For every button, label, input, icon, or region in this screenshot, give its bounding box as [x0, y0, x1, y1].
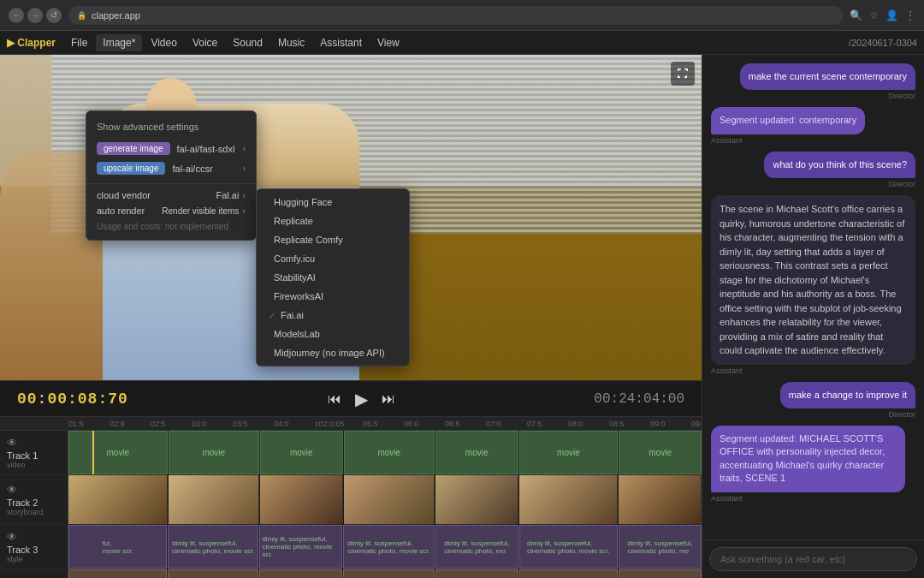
track-4-clip-4[interactable]: MICHAEL SCOTT...	[343, 569, 434, 578]
track-3-clip-5[interactable]: dimly lit, suspenseful,cinematic photo, …	[435, 525, 518, 569]
star-icon[interactable]: ☆	[869, 9, 879, 21]
track-3-clip-4[interactable]: dimly lit, suspenseful,cinematic photo, …	[343, 525, 434, 569]
auto-render-value: Render visible items	[162, 206, 239, 216]
generate-image-row[interactable]: generate image fal-ai/fast-sdxl ›	[93, 140, 249, 157]
chat-label-5: Director	[711, 410, 915, 419]
refresh-button[interactable]: ↺	[46, 8, 62, 23]
timeline-area: 01:5 02:9 02:5 03:0 03:5 04:0 c02:0:05 0…	[0, 416, 702, 578]
menu-sound[interactable]: Sound	[226, 34, 270, 51]
submenu-modelslab[interactable]: ModelsLab	[257, 325, 409, 343]
usage-note: Usage and costs: not implemented	[86, 218, 256, 235]
cloud-vendor-value: Fal.ai	[216, 190, 239, 200]
profile-icon[interactable]: 👤	[886, 9, 898, 21]
chat-msg-5: make a change to improve it Director	[711, 382, 915, 419]
back-button[interactable]: ←	[9, 8, 24, 23]
track-1-eye-icon[interactable]: 👁	[7, 437, 61, 449]
track-1-clip-1[interactable]: movie	[68, 431, 168, 474]
submenu-replicate[interactable]: Replicate	[257, 212, 409, 230]
submenu-replicate-comfy[interactable]: Replicate Comfy	[257, 230, 409, 249]
track-4-clip-5[interactable]: MICHAEL SCOTT...	[435, 569, 518, 578]
track-1-clip-7[interactable]: movie	[619, 431, 702, 474]
menu-voice[interactable]: Voice	[186, 34, 224, 51]
track-1-clip-6[interactable]: movie	[519, 431, 619, 474]
track-4-row: 👁 Track 4 MICHAEL SCOTT... MICHAEL SCOTT…	[0, 569, 702, 578]
submenu-huggingface[interactable]: Hugging Face	[257, 193, 409, 212]
menu-icon[interactable]: ⋮	[905, 9, 915, 21]
track-2-thumb-2[interactable]	[169, 475, 259, 524]
menubar: ▶ Clapper File Image* Video Voice Sound …	[0, 31, 924, 55]
track-2-thumb-3[interactable]	[260, 475, 343, 524]
menu-view[interactable]: View	[370, 34, 406, 51]
url-bar[interactable]: 🔒 clapper.app	[68, 6, 843, 25]
track-3-clip-6[interactable]: dimly lit, suspenseful,cinematic photo, …	[519, 525, 618, 569]
generate-image-arrow: ›	[243, 144, 246, 153]
track-2-thumb-6[interactable]	[519, 475, 619, 524]
menu-video[interactable]: Video	[144, 34, 183, 51]
track-2-content	[68, 475, 702, 524]
video-panel: Show advanced settings generate image fa…	[0, 55, 702, 578]
track-4-clip-3[interactable]: MICHAEL SCOTT...	[259, 569, 342, 578]
rewind-button[interactable]: ⏮	[328, 391, 341, 407]
expand-button[interactable]	[671, 62, 695, 86]
submenu-comfy-icu[interactable]: Comfy.icu	[257, 249, 409, 268]
track-4-content: MICHAEL SCOTT... MICHAEL SCOTT... MICHAE…	[68, 569, 702, 578]
track-2-thumb-5[interactable]	[435, 475, 518, 524]
main-layout: Show advanced settings generate image fa…	[0, 55, 924, 578]
timecode-current: 00:00:08:70	[17, 390, 128, 408]
track-4-clip-6[interactable]: MICHAEL SCOTT...	[519, 569, 618, 578]
search-icon[interactable]: 🔍	[850, 9, 862, 21]
chat-label-6: Assistant	[711, 494, 915, 503]
ruler-marks: 01:5 02:9 02:5 03:0 03:5 04:0 c02:0:05 0…	[68, 420, 702, 428]
track-2-eye-icon[interactable]: 👁	[7, 484, 61, 496]
submenu-falai[interactable]: ✓Fai.ai	[257, 306, 409, 325]
dropdown-title: Show advanced settings	[86, 116, 256, 137]
menu-file[interactable]: File	[64, 34, 94, 51]
chat-bubble-assistant-2: Segment updated: contemporary	[711, 107, 865, 134]
track-1-clip-3[interactable]: movie	[260, 431, 343, 474]
track-3-type: style	[7, 555, 61, 563]
fast-forward-button[interactable]: ⏭	[382, 391, 395, 407]
track-3-content: ful,movie scr. dimly lit, suspenseful,ci…	[68, 525, 702, 569]
track-3-clip-2[interactable]: dimly lit, suspenseful,cinematic photo, …	[168, 525, 258, 569]
track-2-row: 👁 Track 2 storyboard	[0, 475, 702, 525]
upscale-image-row[interactable]: upscale image fal-ai/ccsr ›	[93, 160, 249, 176]
chat-input[interactable]	[709, 547, 917, 571]
track-4-clip-1[interactable]: MICHAEL SCOTT...	[68, 569, 167, 578]
track-1-name: Track 1	[7, 450, 61, 461]
forward-button[interactable]: →	[27, 8, 43, 23]
dropdown-tags-section: generate image fal-ai/fast-sdxl › upscal…	[86, 137, 256, 180]
image-settings-dropdown: Show advanced settings generate image fa…	[86, 110, 257, 241]
track-4-clip-7[interactable]: MICHAEL SCOTT...	[619, 569, 702, 578]
chat-label-1: Director	[711, 92, 915, 100]
track-3-clip-3[interactable]: dimly lit, suspenseful,cinematic photo, …	[259, 525, 342, 569]
track-2-thumb-4[interactable]	[344, 475, 435, 524]
track-3-eye-icon[interactable]: 👁	[7, 531, 61, 543]
menu-assistant[interactable]: Assistant	[313, 34, 369, 51]
vendor-submenu: Hugging Face Replicate Replicate Comfy C…	[256, 188, 410, 366]
track-2-name: Track 2	[7, 498, 61, 508]
transport-bar: 00:00:08:70 ⏮ ▶ ⏭ 00:24:04:00	[0, 380, 702, 416]
track-1-clip-5[interactable]: movie	[435, 431, 518, 474]
auto-render-row[interactable]: auto render Render visible items ›	[86, 203, 256, 218]
submenu-stabilityai[interactable]: StabilityAI	[257, 268, 409, 287]
cloud-vendor-row[interactable]: cloud vendor Fal.ai ›	[86, 188, 256, 203]
menu-music[interactable]: Music	[271, 34, 311, 51]
track-2-type: storyboard	[7, 508, 61, 516]
menu-image[interactable]: Image*	[96, 34, 142, 51]
submenu-fireworksai[interactable]: FireworksAI	[257, 287, 409, 306]
chat-label-3: Director	[711, 180, 915, 188]
track-3-label: 👁 Track 3 style	[0, 525, 68, 569]
chat-bubble-user-3: what do you think of this scene?	[764, 152, 915, 178]
play-button[interactable]: ▶	[355, 389, 368, 409]
track-4-clip-2[interactable]: MICHAEL SCOTT...	[168, 569, 258, 578]
track-3-clip-1[interactable]: ful,movie scr.	[68, 525, 167, 569]
upscale-image-value: fal-ai/ccsr	[172, 164, 242, 174]
track-2-thumb-7[interactable]	[619, 475, 702, 524]
track-2-label: 👁 Track 2 storyboard	[0, 475, 68, 524]
track-1-clip-2[interactable]: movie	[169, 431, 259, 474]
submenu-midjourney[interactable]: Midjourney (no image API)	[257, 343, 409, 362]
track-2-thumb-1[interactable]	[68, 475, 168, 524]
track-3-clip-7[interactable]: dimly lit, suspenseful,cinematic photo, …	[619, 525, 702, 569]
chat-msg-4: The scene in Michael Scott's office carr…	[711, 195, 915, 375]
track-1-clip-4[interactable]: movie	[344, 431, 435, 474]
